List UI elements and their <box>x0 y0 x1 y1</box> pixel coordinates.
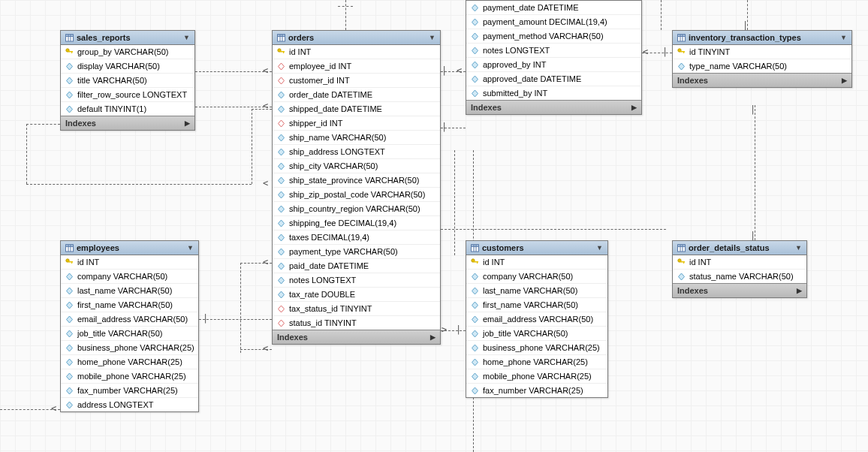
column-row[interactable]: notes LONGTEXT <box>466 44 641 58</box>
column-row[interactable]: id INT <box>466 255 607 270</box>
svg-marker-20 <box>279 92 285 98</box>
column-row[interactable]: payment_date DATETIME <box>466 1 641 15</box>
column-row[interactable]: taxes DECIMAL(19,4) <box>273 231 440 245</box>
column-row[interactable]: order_date DATETIME <box>273 88 440 102</box>
column-row[interactable]: shipper_id INT <box>273 116 440 131</box>
column-row[interactable]: first_name VARCHAR(50) <box>61 298 198 312</box>
column-label: order_date DATETIME <box>289 90 372 99</box>
column-row[interactable]: customer_id INT <box>273 74 440 88</box>
column-label: first_name VARCHAR(50) <box>483 300 578 309</box>
svg-rect-75 <box>477 262 478 264</box>
column-icon <box>471 75 479 83</box>
column-row[interactable]: shipped_date DATETIME <box>273 102 440 116</box>
column-icon <box>471 32 479 41</box>
indexes-label: Indexes <box>677 76 708 85</box>
column-row[interactable]: home_phone VARCHAR(25) <box>61 355 198 369</box>
column-row[interactable]: type_name VARCHAR(50) <box>673 59 851 73</box>
column-row[interactable]: fax_number VARCHAR(25) <box>466 384 607 397</box>
column-row[interactable]: submitted_by INT <box>466 86 641 100</box>
table-orders[interactable]: orders▼id INTemployee_id INTcustomer_id … <box>272 30 441 345</box>
column-row[interactable]: business_phone VARCHAR(25) <box>61 341 198 355</box>
column-label: ship_zip_postal_code VARCHAR(50) <box>289 190 425 199</box>
column-row[interactable]: job_title VARCHAR(50) <box>61 327 198 341</box>
table-header[interactable]: inventory_transaction_types▼ <box>673 31 851 45</box>
column-label: company VARCHAR(50) <box>77 272 167 281</box>
column-row[interactable]: tax_rate DOUBLE <box>273 288 440 302</box>
column-row[interactable]: mobile_phone VARCHAR(25) <box>466 369 607 384</box>
indexes-section[interactable]: Indexes▶ <box>673 73 851 87</box>
column-row[interactable]: status_id TINYINT <box>273 316 440 330</box>
column-row[interactable]: business_phone VARCHAR(25) <box>466 341 607 355</box>
fk-column-icon <box>277 62 285 71</box>
table-header[interactable]: employees▼ <box>61 241 198 255</box>
column-row[interactable]: company VARCHAR(50) <box>61 270 198 284</box>
column-label: fax_number VARCHAR(25) <box>483 386 583 395</box>
column-row[interactable]: ship_city VARCHAR(50) <box>273 159 440 173</box>
column-icon <box>471 301 479 309</box>
column-row[interactable]: first_name VARCHAR(50) <box>466 298 607 312</box>
indexes-section[interactable]: Indexes▶ <box>61 116 194 130</box>
table-customers[interactable]: customers▼id INTcompany VARCHAR(50)last_… <box>466 240 608 398</box>
column-row[interactable]: home_phone VARCHAR(25) <box>466 355 607 369</box>
column-row[interactable]: shipping_fee DECIMAL(19,4) <box>273 216 440 231</box>
column-row[interactable]: status_name VARCHAR(50) <box>673 270 806 283</box>
svg-marker-10 <box>67 106 73 113</box>
column-row[interactable]: id TINYINT <box>673 45 851 59</box>
column-row[interactable]: payment_amount DECIMAL(19,4) <box>466 15 641 29</box>
column-row[interactable]: id INT <box>673 255 806 270</box>
primary-key-icon <box>277 48 285 56</box>
column-row[interactable]: ship_name VARCHAR(50) <box>273 131 440 145</box>
column-row[interactable]: id INT <box>273 45 440 59</box>
table-sales_reports[interactable]: sales_reports▼group_by VARCHAR(50)displa… <box>60 30 195 131</box>
column-icon <box>277 219 285 228</box>
erd-canvas[interactable]: < < < < | | | < < < > | < | | | | sales_… <box>0 0 868 452</box>
column-row[interactable]: paid_date DATETIME <box>273 259 440 273</box>
column-row[interactable]: approved_by INT <box>466 58 641 72</box>
column-row[interactable]: employee_id INT <box>273 59 440 74</box>
table-title: employees <box>77 243 119 252</box>
table-employees[interactable]: employees▼id INTcompany VARCHAR(50)last_… <box>60 240 199 412</box>
column-row[interactable]: id INT <box>61 255 198 270</box>
table-header[interactable]: order_details_status▼ <box>673 241 806 255</box>
column-icon <box>65 315 74 324</box>
column-row[interactable]: payment_type VARCHAR(50) <box>273 245 440 259</box>
column-row[interactable]: last_name VARCHAR(50) <box>466 284 607 298</box>
collapse-icon: ▼ <box>596 244 603 252</box>
column-row[interactable]: ship_zip_postal_code VARCHAR(50) <box>273 188 440 202</box>
table-header[interactable]: customers▼ <box>466 241 607 255</box>
column-row[interactable]: filter_row_source LONGTEXT <box>61 88 194 102</box>
column-icon <box>471 372 479 381</box>
indexes-section[interactable]: Indexes▶ <box>466 100 641 114</box>
svg-marker-66 <box>67 373 73 380</box>
column-row[interactable]: company VARCHAR(50) <box>466 270 607 284</box>
indexes-section[interactable]: Indexes▶ <box>273 330 440 344</box>
table-header[interactable]: sales_reports▼ <box>61 31 194 45</box>
column-row[interactable]: last_name VARCHAR(50) <box>61 284 198 298</box>
column-row[interactable]: ship_country_region VARCHAR(50) <box>273 202 440 216</box>
column-row[interactable]: default TINYINT(1) <box>61 102 194 116</box>
column-row[interactable]: ship_state_province VARCHAR(50) <box>273 173 440 188</box>
table-header[interactable]: orders▼ <box>273 31 440 45</box>
column-row[interactable]: display VARCHAR(50) <box>61 59 194 74</box>
column-row[interactable]: email_address VARCHAR(50) <box>466 312 607 327</box>
column-row[interactable]: group_by VARCHAR(50) <box>61 45 194 59</box>
svg-marker-36 <box>279 320 285 327</box>
table-inventory_transaction_types[interactable]: inventory_transaction_types▼id TINYINTty… <box>672 30 852 88</box>
column-row[interactable]: tax_status_id TINYINT <box>273 302 440 316</box>
column-row[interactable]: payment_method VARCHAR(50) <box>466 29 641 44</box>
column-label: title VARCHAR(50) <box>77 76 147 85</box>
column-icon <box>65 401 74 409</box>
column-row[interactable]: job_title VARCHAR(50) <box>466 327 607 341</box>
column-row[interactable]: approved_date DATETIME <box>466 72 641 86</box>
column-row[interactable]: fax_number VARCHAR(25) <box>61 384 198 398</box>
table-order_details_status[interactable]: order_details_status▼id INTstatus_name V… <box>672 240 807 298</box>
column-row[interactable]: ship_address LONGTEXT <box>273 145 440 159</box>
table-partial_top[interactable]: payment_date DATETIMEpayment_amount DECI… <box>466 0 642 115</box>
column-row[interactable]: address LONGTEXT <box>61 398 198 411</box>
column-row[interactable]: mobile_phone VARCHAR(25) <box>61 369 198 384</box>
indexes-section[interactable]: Indexes▶ <box>673 283 806 297</box>
column-row[interactable]: title VARCHAR(50) <box>61 74 194 88</box>
svg-rect-17 <box>283 52 284 53</box>
column-row[interactable]: notes LONGTEXT <box>273 273 440 288</box>
column-row[interactable]: email_address VARCHAR(50) <box>61 312 198 327</box>
